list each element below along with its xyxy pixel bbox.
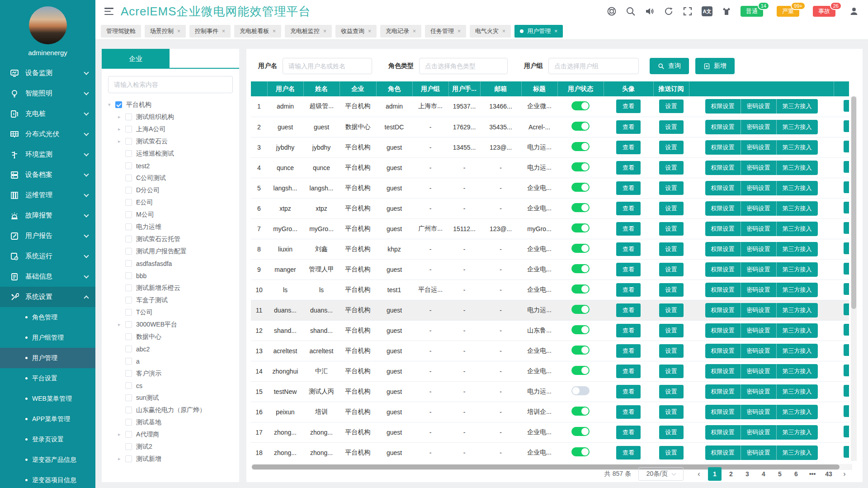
permission-settings-button[interactable]: 权限设置 <box>705 445 741 460</box>
checkbox-unchecked[interactable] <box>125 333 132 340</box>
speaker-icon[interactable] <box>645 6 655 16</box>
tree-node[interactable]: T公司 <box>102 306 239 318</box>
tab-close-icon[interactable]: × <box>554 28 557 34</box>
checkbox-unchecked[interactable] <box>125 309 132 316</box>
tree-node[interactable]: D分公司 <box>102 184 239 196</box>
page-number-4[interactable]: 4 <box>757 467 770 481</box>
sidebar-subitem[interactable]: APP菜单管理 <box>0 409 95 429</box>
permission-settings-button[interactable]: 权限设置 <box>705 242 741 256</box>
push-settings-button[interactable]: 设置 <box>659 181 684 195</box>
page-ellipsis[interactable]: ••• <box>806 467 819 481</box>
avatar[interactable] <box>29 6 67 44</box>
sidebar-item-system-run[interactable]: 系统运行 <box>0 246 95 266</box>
sidebar-item-user-report[interactable]: 用户报告 <box>0 226 95 246</box>
password-settings-button[interactable]: 密码设置 <box>741 99 777 114</box>
tree-node[interactable]: sun测试 <box>102 392 239 404</box>
tab[interactable]: 用户管理× <box>514 25 563 38</box>
sidebar-item-distributed-pv[interactable]: 分布式光伏 <box>0 124 95 144</box>
tab[interactable]: 控制事件× <box>189 25 231 38</box>
sidebar-item-device-archive[interactable]: 设备档案 <box>0 165 95 185</box>
page-number-6[interactable]: 6 <box>789 467 803 481</box>
push-settings-button[interactable]: 设置 <box>659 99 684 113</box>
search-icon[interactable] <box>626 6 636 16</box>
status-toggle[interactable] <box>571 305 590 314</box>
tree-node[interactable]: ▸上海A公司 <box>102 123 239 135</box>
push-settings-button[interactable]: 设置 <box>659 344 684 358</box>
view-avatar-button[interactable]: 查看 <box>616 405 641 419</box>
status-toggle[interactable] <box>571 162 590 171</box>
sidebar-item-fault-alarm[interactable]: 故障报警 <box>0 205 95 226</box>
status-toggle[interactable] <box>571 244 590 253</box>
permission-settings-button[interactable]: 权限设置 <box>705 140 741 155</box>
third-party-access-button[interactable]: 第三方接入 <box>777 140 818 155</box>
view-avatar-button[interactable]: 查看 <box>616 222 641 236</box>
sidebar-item-environment-monitor[interactable]: 环境监测 <box>0 144 95 165</box>
push-settings-button[interactable]: 设置 <box>659 263 684 276</box>
checkbox-unchecked[interactable] <box>125 321 132 328</box>
checkbox-unchecked[interactable] <box>125 370 132 377</box>
help-lifebuoy-icon[interactable] <box>607 6 617 16</box>
tab-enterprise[interactable]: 企业 <box>102 49 170 69</box>
password-settings-button[interactable]: 密码设置 <box>741 323 777 338</box>
tree-node[interactable]: ▸测试组织机构 <box>102 111 239 123</box>
checkbox-unchecked[interactable] <box>125 358 132 365</box>
permission-settings-button[interactable]: 权限设置 <box>705 99 741 114</box>
caret-right-icon[interactable]: ▸ <box>118 322 125 327</box>
sidebar-subitem[interactable]: 用户管理 <box>0 348 95 368</box>
sidebar-subitem[interactable]: 平台设置 <box>0 368 95 389</box>
push-settings-button[interactable]: 设置 <box>659 303 684 317</box>
push-settings-button[interactable]: 设置 <box>659 324 684 337</box>
status-toggle[interactable] <box>571 142 590 151</box>
tab-close-icon[interactable]: × <box>177 28 180 34</box>
third-party-access-button[interactable]: 第三方接入 <box>777 99 818 114</box>
status-toggle[interactable] <box>571 101 590 110</box>
status-toggle[interactable] <box>571 223 590 232</box>
third-party-access-button[interactable]: 第三方接入 <box>777 323 818 338</box>
caret-right-icon[interactable]: ▸ <box>118 126 125 132</box>
password-settings-button[interactable]: 密码设置 <box>741 445 777 460</box>
password-settings-button[interactable]: 密码设置 <box>741 222 777 236</box>
tree-node[interactable]: M公司 <box>102 208 239 221</box>
tab[interactable]: 收益查询× <box>335 25 377 38</box>
page-size-select[interactable]: 20条/页 <box>638 467 684 481</box>
page-number-2[interactable]: 2 <box>724 467 738 481</box>
page-number-43[interactable]: 43 <box>822 467 835 481</box>
username-filter-input[interactable] <box>283 58 372 74</box>
third-party-access-button[interactable]: 第三方接入 <box>777 283 818 297</box>
push-settings-button[interactable]: 设置 <box>659 365 684 378</box>
alarm-badge-14[interactable]: 普通14 <box>741 6 763 17</box>
tree-node[interactable]: 测试基地 <box>102 416 239 428</box>
push-settings-button[interactable]: 设置 <box>659 385 684 398</box>
checkbox-unchecked[interactable] <box>125 443 132 450</box>
view-avatar-button[interactable]: 查看 <box>616 324 641 337</box>
theme-shirt-icon[interactable] <box>722 6 731 16</box>
tab[interactable]: 管理驾驶舱 <box>101 25 141 38</box>
tab-close-icon[interactable]: × <box>458 28 461 34</box>
permission-settings-button[interactable]: 权限设置 <box>705 283 741 297</box>
third-party-access-button[interactable]: 第三方接入 <box>777 242 818 256</box>
view-avatar-button[interactable]: 查看 <box>616 141 641 154</box>
push-settings-button[interactable]: 设置 <box>659 222 684 236</box>
tree-node[interactable]: 测试新增乐橙云 <box>102 282 239 294</box>
third-party-access-button[interactable]: 第三方接入 <box>777 425 818 440</box>
sidebar-subitem[interactable]: 逆变器产品信息 <box>0 450 95 470</box>
view-avatar-button[interactable]: 查看 <box>616 202 641 215</box>
third-party-access-button[interactable]: 第三方接入 <box>777 344 818 358</box>
tree-node[interactable]: 测试2 <box>102 441 239 453</box>
permission-settings-button[interactable]: 权限设置 <box>705 222 741 236</box>
sidebar-item-basic-info[interactable]: 基础信息 <box>0 266 95 287</box>
checkbox-unchecked[interactable] <box>125 394 132 401</box>
checkbox-unchecked[interactable] <box>125 455 132 462</box>
tree-node[interactable]: 测试用户报告配置 <box>102 245 239 257</box>
page-number-3[interactable]: 3 <box>741 467 754 481</box>
caret-right-icon[interactable]: ▸ <box>118 431 125 437</box>
view-avatar-button[interactable]: 查看 <box>616 181 641 195</box>
checkbox-unchecked[interactable] <box>125 248 132 255</box>
status-toggle[interactable] <box>571 325 590 334</box>
password-settings-button[interactable]: 密码设置 <box>741 384 777 399</box>
sidebar-subitem[interactable]: WEB菜单管理 <box>0 389 95 409</box>
tab-close-icon[interactable]: × <box>368 28 371 34</box>
status-toggle[interactable] <box>571 427 590 436</box>
tab-close-icon[interactable]: × <box>323 28 326 34</box>
tree-node[interactable]: ▸A代理商 <box>102 428 239 441</box>
